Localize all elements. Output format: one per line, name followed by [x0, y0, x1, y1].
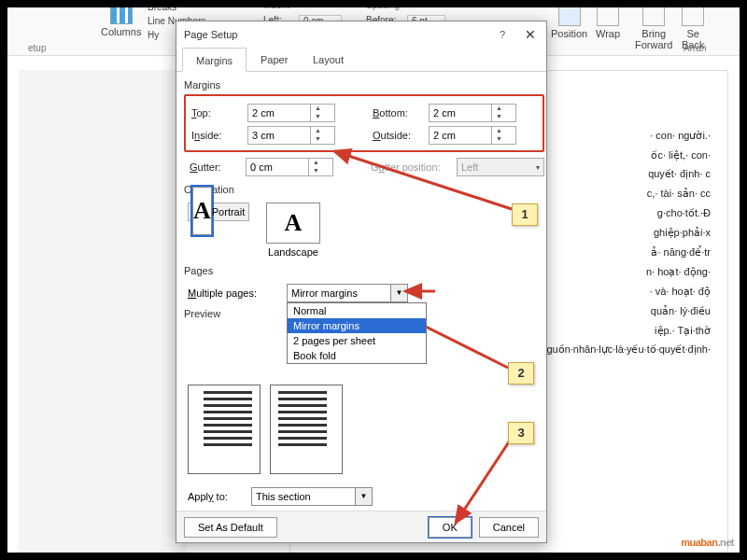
outside-label: Outside:: [373, 130, 429, 141]
help-button[interactable]: ?: [490, 21, 514, 48]
multiple-pages-dropdown: Normal Mirror margins 2 pages per sheet …: [287, 302, 427, 364]
indent-group-label: Indent: [263, 0, 289, 10]
ok-button[interactable]: OK: [429, 517, 472, 538]
callout-1: 1: [512, 203, 538, 226]
tab-layout[interactable]: Layout: [300, 48, 357, 72]
orientation-group: Orientation A Portrait A Landscape: [184, 184, 539, 259]
landscape-icon: A: [266, 203, 320, 244]
watermark: muaban.net: [681, 524, 734, 553]
inside-spinner[interactable]: ▲▼: [247, 126, 335, 145]
inside-label: Inside:: [191, 130, 247, 141]
bottom-label: Bottom:: [373, 107, 429, 119]
dialog-footer: Set As Default OK Cancel: [176, 511, 546, 542]
wrap-icon: [597, 4, 619, 26]
orientation-landscape[interactable]: A Landscape: [262, 203, 324, 258]
close-button[interactable]: ✕: [518, 21, 543, 48]
send-backward-icon: [682, 4, 704, 26]
arrange-group-label: Arran: [684, 43, 706, 53]
chevron-down-icon: ▼: [390, 285, 407, 301]
gutter-label: Gutter:: [190, 161, 246, 173]
chevron-down-icon: ▼: [355, 488, 372, 505]
margins-highlight-box: Top: ▲▼ Bottom: ▲▼ Inside: ▲▼ Outside: ▲…: [184, 94, 544, 152]
margins-legend: Margins: [184, 79, 220, 91]
bring-forward-button[interactable]: Bring Forward: [635, 4, 672, 50]
hyphenation-menu[interactable]: Hy: [148, 30, 159, 40]
workspace-background: [19, 70, 187, 555]
top-spinner[interactable]: ▲▼: [247, 104, 335, 122]
multiple-pages-label: Multiple pages:: [188, 287, 277, 299]
wrap-text-button[interactable]: Wrap: [596, 4, 620, 39]
tab-margins[interactable]: Margins: [182, 48, 247, 72]
dialog-title: Page Setup: [184, 29, 238, 40]
bottom-spinner[interactable]: ▲▼: [429, 104, 516, 122]
option-2-pages-per-sheet[interactable]: 2 pages per sheet: [288, 333, 426, 348]
dialog-titlebar: Page Setup ? ✕: [176, 21, 546, 48]
callout-2: 2: [508, 362, 534, 385]
spacing-group-label: Spacing: [366, 0, 400, 10]
position-icon: [558, 4, 581, 26]
preview-legend: Preview: [184, 308, 220, 319]
preview-page-left: [188, 385, 261, 474]
apply-to-label: Apply to:: [188, 491, 244, 502]
option-book-fold[interactable]: Book fold: [288, 348, 426, 363]
pages-legend: Pages: [184, 265, 213, 276]
margins-group: Margins Top: ▲▼ Bottom: ▲▼ Inside: ▲▼ Ou…: [184, 79, 544, 178]
cancel-button[interactable]: Cancel: [479, 517, 539, 538]
dialog-tabs: Margins Paper Layout: [176, 48, 546, 72]
outside-spinner[interactable]: ▲▼: [429, 126, 516, 145]
option-normal[interactable]: Normal: [288, 303, 426, 318]
position-button[interactable]: Position: [551, 4, 587, 39]
callout-3: 3: [508, 422, 534, 444]
breaks-menu[interactable]: Breaks: [148, 2, 176, 12]
columns-button[interactable]: Columns: [101, 2, 141, 37]
page-setup-group-label: etup: [28, 43, 46, 53]
bring-forward-icon: [642, 4, 665, 26]
gutter-position-label: Gutter position:: [371, 161, 457, 173]
apply-to-combo[interactable]: This section ▼: [251, 487, 373, 506]
pages-group: Pages Multiple pages: Mirror margins ▼ N…: [184, 265, 539, 302]
portrait-icon: A: [192, 187, 212, 235]
multiple-pages-combo[interactable]: Mirror margins ▼ Normal Mirror margins 2…: [287, 284, 408, 302]
gutter-spinner[interactable]: ▲▼: [246, 158, 333, 176]
orientation-portrait[interactable]: A Portrait: [188, 203, 249, 221]
preview-page-right: [270, 385, 343, 474]
set-as-default-button[interactable]: Set As Default: [184, 517, 277, 538]
option-mirror-margins[interactable]: Mirror margins: [288, 318, 426, 333]
gutter-position-select: Left▾: [457, 158, 544, 176]
page-setup-dialog: Page Setup ? ✕ Margins Paper Layout Marg…: [176, 21, 547, 543]
tab-paper[interactable]: Paper: [247, 48, 301, 72]
columns-icon: [110, 2, 133, 24]
top-label: Top:: [191, 107, 247, 119]
